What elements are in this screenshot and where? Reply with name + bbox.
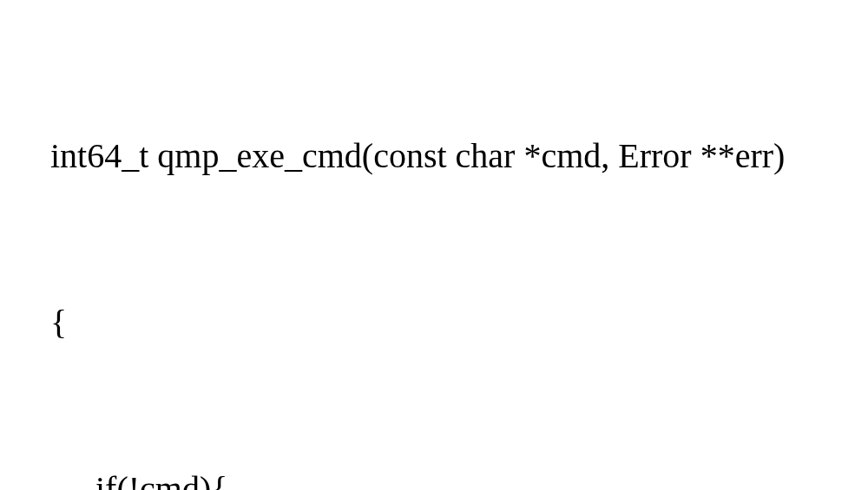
code-line: { [9,295,859,350]
code-line: if(!cmd){ [9,461,859,490]
code-snippet: int64_t qmp_exe_cmd(const char *cmd, Err… [9,17,859,490]
code-line: int64_t qmp_exe_cmd(const char *cmd, Err… [9,128,859,184]
